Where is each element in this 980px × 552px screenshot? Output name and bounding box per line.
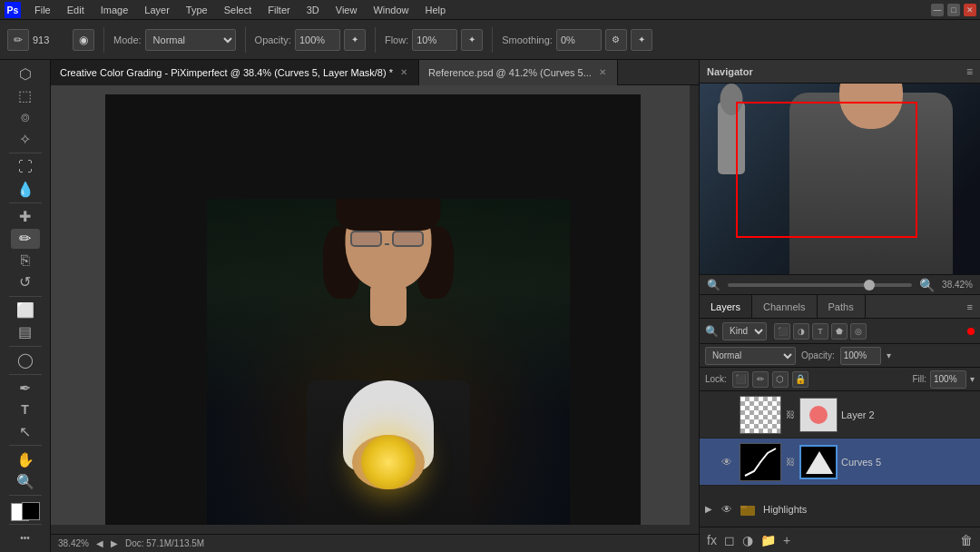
opacity-input[interactable]	[840, 347, 881, 365]
layer-adjustment-btn[interactable]: ◑	[742, 533, 753, 547]
tool-clone[interactable]: ⎘	[11, 251, 40, 271]
fill-input[interactable]	[930, 370, 966, 389]
tool-gradient[interactable]: ▤	[11, 322, 40, 342]
tab-ref[interactable]: Reference.psd @ 41.2% (Curves 5... ✕	[419, 60, 618, 85]
menu-file[interactable]: File	[27, 3, 58, 17]
blend-mode-select[interactable]: Normal	[705, 347, 796, 365]
curves5-visibility[interactable]: 👁	[721, 456, 736, 468]
navigator-panel: Navigator ≡ 🔍	[700, 60, 980, 295]
tool-type[interactable]: T	[11, 399, 40, 419]
opacity-pressure-btn[interactable]: ✦	[344, 29, 366, 51]
filter-smart-btn[interactable]: ◎	[850, 323, 867, 340]
tool-hand[interactable]: ✋	[11, 449, 40, 469]
smoothing-settings-btn[interactable]: ⚙	[605, 29, 627, 51]
tool-history-brush[interactable]: ↺	[11, 272, 40, 292]
layers-panel-menu[interactable]: ≡	[960, 301, 980, 312]
filter-pixel-btn[interactable]: ⬛	[774, 323, 790, 340]
nav-microphone	[718, 102, 745, 174]
status-right-arrow[interactable]: ▶	[111, 538, 118, 548]
lock-artboards-btn[interactable]: ⬡	[772, 371, 789, 388]
flow-pressure-btn[interactable]: ✦	[461, 29, 483, 51]
filter-toggle[interactable]	[967, 328, 975, 335]
tool-magic-wand[interactable]: ✧	[11, 129, 40, 149]
fill-arrow[interactable]: ▾	[970, 374, 975, 384]
tool-lasso[interactable]: ⌾	[11, 107, 40, 127]
highlights-visibility[interactable]: 👁	[721, 503, 736, 516]
filter-kind-select[interactable]: Kind	[722, 322, 767, 340]
layer-fx-btn[interactable]: fx	[707, 533, 717, 547]
layer-mask-btn[interactable]: ◻	[724, 533, 735, 547]
menu-window[interactable]: Window	[366, 3, 416, 17]
tool-heal[interactable]: ✚	[11, 207, 40, 227]
layer-delete-btn[interactable]: 🗑	[960, 533, 973, 547]
menu-help[interactable]: Help	[418, 3, 454, 17]
navigator-menu-icon[interactable]: ≡	[966, 65, 973, 78]
menu-layer[interactable]: Layer	[137, 3, 177, 17]
filter-shape-btn[interactable]: ⬟	[831, 323, 848, 340]
layer-group-btn[interactable]: 📁	[760, 533, 776, 547]
filter-adjust-btn[interactable]: ◑	[793, 323, 809, 340]
background-color[interactable]	[22, 502, 40, 520]
navigator-zoom-thumb[interactable]	[864, 280, 875, 291]
tool-dodge[interactable]: ◯	[11, 350, 40, 370]
nav-person-head	[839, 84, 903, 129]
tool-eraser[interactable]: ⬜	[11, 301, 40, 320]
brush-hardness-btn[interactable]: ◉	[73, 29, 94, 51]
layer-item-layer2[interactable]: ⛓ Layer 2	[700, 391, 980, 439]
menu-3d[interactable]: 3D	[299, 3, 327, 17]
opacity-arrow[interactable]: ▾	[887, 350, 891, 360]
status-left-arrow[interactable]: ◀	[96, 538, 103, 548]
brush-icon-btn[interactable]: ✏	[7, 29, 29, 51]
smoothing-extra-btn[interactable]: ✦	[631, 29, 652, 51]
layer-item-curves5[interactable]: 👁 ⛓	[700, 439, 980, 486]
flow-input[interactable]	[412, 29, 457, 51]
layer-item-highlights[interactable]: ▶ 👁 Highlights	[700, 486, 980, 527]
menu-filter[interactable]: Filter	[260, 3, 297, 17]
filter-type-btn[interactable]: T	[812, 323, 828, 340]
menu-image[interactable]: Image	[93, 3, 136, 17]
navigator-zoom-out-icon[interactable]: 🔍	[707, 279, 720, 291]
close-button[interactable]: ✕	[964, 4, 976, 16]
tool-brush[interactable]: ✏	[11, 229, 40, 249]
tool-eyedropper[interactable]: 💧	[11, 179, 40, 199]
navigator-zoom-slider[interactable]	[728, 283, 912, 287]
lock-all-btn[interactable]: 🔒	[792, 371, 808, 388]
tabs: Creative Color Grading - PiXimperfect @ …	[51, 60, 699, 85]
tool-path-select[interactable]: ↖	[11, 421, 40, 441]
lock-pixels-btn[interactable]: ⬛	[732, 371, 749, 388]
tab-channels[interactable]: Channels	[752, 295, 817, 318]
tool-select-rect[interactable]: ⬚	[11, 85, 40, 105]
canvas-scrollbar-vertical[interactable]	[690, 85, 699, 525]
maximize-button[interactable]: □	[947, 4, 960, 16]
opacity-input[interactable]	[295, 29, 340, 51]
menu-view[interactable]: View	[328, 3, 365, 17]
highlights-name: Highlights	[763, 504, 975, 515]
mode-select[interactable]: Normal	[145, 29, 236, 51]
tool-sep-2	[9, 202, 42, 203]
menu-select[interactable]: Select	[217, 3, 260, 17]
layer-new-btn[interactable]: +	[783, 533, 790, 547]
layer2-info: Layer 2	[841, 409, 975, 420]
minimize-button[interactable]: —	[931, 4, 944, 16]
canvas-viewport[interactable]	[51, 85, 699, 534]
tool-more[interactable]: •••	[11, 528, 40, 548]
menu-edit[interactable]: Edit	[60, 3, 92, 17]
canvas-scrollbar-horizontal[interactable]	[51, 525, 699, 534]
tool-zoom[interactable]: 🔍	[11, 471, 40, 491]
tab-main-close[interactable]: ✕	[398, 67, 409, 77]
menu-type[interactable]: Type	[179, 3, 215, 17]
svg-text:Ps: Ps	[7, 5, 19, 15]
tab-main[interactable]: Creative Color Grading - PiXimperfect @ …	[51, 60, 419, 85]
smoothing-input[interactable]	[556, 29, 602, 51]
navigator-zoom-in-icon[interactable]: 🔍	[919, 278, 935, 292]
tool-pen[interactable]: ✒	[11, 378, 40, 398]
tab-ref-close[interactable]: ✕	[597, 67, 608, 77]
lock-row: Lock: ⬛ ✏ ⬡ 🔒 Fill: ▾	[700, 368, 980, 391]
tool-move[interactable]: ⬡	[11, 64, 40, 84]
tool-crop[interactable]: ⛶	[11, 157, 40, 177]
lock-position-btn[interactable]: ✏	[752, 371, 769, 388]
tab-paths[interactable]: Paths	[818, 295, 866, 318]
highlights-expand[interactable]: ▶	[705, 504, 718, 514]
tab-layers[interactable]: Layers	[700, 295, 752, 318]
color-swatch[interactable]	[11, 503, 40, 520]
